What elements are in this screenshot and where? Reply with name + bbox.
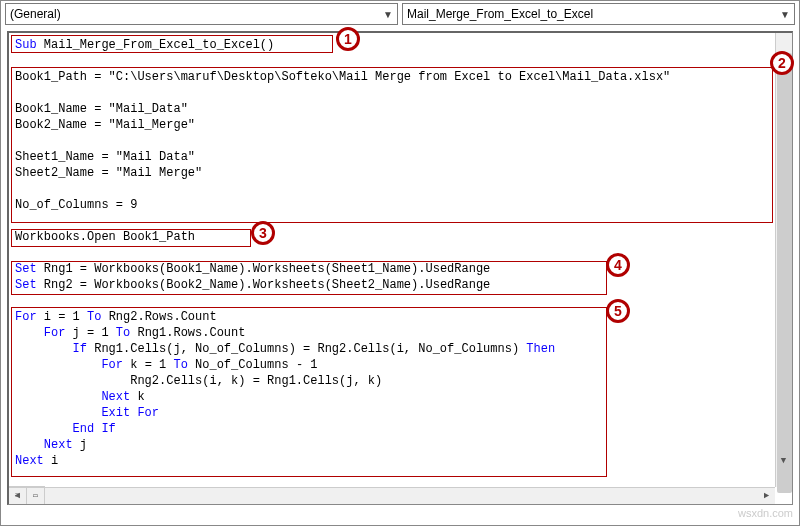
chevron-down-icon: ▼ <box>780 9 790 20</box>
callout-4: 4 <box>606 253 630 277</box>
callout-2: 2 <box>770 51 794 75</box>
view-full-icon[interactable]: ≡ <box>9 487 27 504</box>
outline-4 <box>11 261 607 295</box>
code-pane[interactable]: Sub Mail_Merge_From_Excel_to_Excel() Boo… <box>7 31 793 505</box>
outline-1 <box>11 35 333 53</box>
outline-3 <box>11 229 251 247</box>
callout-5: 5 <box>606 299 630 323</box>
scrollbar-horizontal[interactable]: ◄ ► <box>9 487 775 504</box>
vbe-window: (General) ▼ Mail_Merge_From_Excel_to_Exc… <box>0 0 800 526</box>
view-proc-icon[interactable]: ▭ <box>27 487 45 504</box>
procedure-dropdown-label: Mail_Merge_From_Excel_to_Excel <box>407 7 593 21</box>
view-buttons: ≡ ▭ <box>9 486 45 504</box>
callout-1: 1 <box>336 27 360 51</box>
callout-3: 3 <box>251 221 275 245</box>
object-dropdown[interactable]: (General) ▼ <box>5 3 398 25</box>
outline-5 <box>11 307 607 477</box>
procedure-dropdown[interactable]: Mail_Merge_From_Excel_to_Excel ▼ <box>402 3 795 25</box>
scroll-down-icon[interactable]: ▼ <box>775 453 792 470</box>
scrollbar-vertical[interactable]: ▼ <box>775 33 792 487</box>
object-dropdown-label: (General) <box>10 7 61 21</box>
chevron-down-icon: ▼ <box>383 9 393 20</box>
dropdown-bar: (General) ▼ Mail_Merge_From_Excel_to_Exc… <box>1 1 799 27</box>
watermark: wsxdn.com <box>738 507 793 519</box>
outline-2 <box>11 67 773 223</box>
scroll-right-icon[interactable]: ► <box>758 488 775 505</box>
scrollbar-thumb[interactable] <box>777 53 792 493</box>
